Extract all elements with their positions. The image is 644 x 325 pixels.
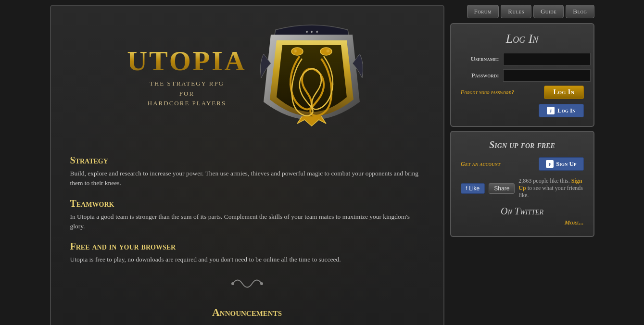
svg-point-2 xyxy=(294,50,296,52)
subtitle-line1: The Strategy RPG xyxy=(150,80,224,87)
subtitle-line2: for xyxy=(179,90,194,97)
facebook-like-button[interactable]: f Like xyxy=(461,183,485,194)
facebook-icon: f xyxy=(547,107,555,114)
like-label: Like xyxy=(469,185,480,192)
fb-like-row: f Like Share 2,863 people like this. Sig… xyxy=(461,177,584,199)
feature-2-title: Teamwork xyxy=(70,198,424,209)
fb-login-label: Log In xyxy=(557,107,575,114)
signup-account-row: Get an account f Sign Up xyxy=(461,157,584,171)
like-count: 2,863 people like this. Sign Up to see w… xyxy=(518,177,583,199)
facebook-login-button[interactable]: f Log In xyxy=(539,104,583,117)
right-sidebar: Forum Rules Guide Blog Log In Username: … xyxy=(450,5,594,325)
fb-login-row: f Log In xyxy=(461,104,584,117)
forgot-password-link[interactable]: Forgot your password? xyxy=(461,89,515,96)
svg-point-3 xyxy=(327,50,329,52)
guide-nav-btn[interactable]: Guide xyxy=(533,5,564,18)
header-area: Utopia The Strategy RPG for Hardcore Pla… xyxy=(65,15,429,140)
forum-nav-btn[interactable]: Forum xyxy=(467,5,499,18)
blog-nav-btn[interactable]: Blog xyxy=(566,5,594,18)
signup-panel: Sign up for free Get an account f Sign U… xyxy=(450,131,594,237)
username-input[interactable] xyxy=(503,53,591,65)
feature-2-text: In Utopia a good team is stronger than t… xyxy=(70,212,424,232)
facebook-signup-button[interactable]: f Sign Up xyxy=(539,157,583,171)
subtitle-line3: Hardcore Players xyxy=(148,100,226,107)
site-subtitle: The Strategy RPG for Hardcore Players xyxy=(127,79,247,109)
fb-signup-label: Sign Up xyxy=(556,160,576,168)
announcements-title: Announcements xyxy=(65,306,429,319)
features-section: Strategy Build, explore and research to … xyxy=(65,155,429,264)
login-button[interactable]: Log In xyxy=(544,86,583,99)
login-panel: Log In Username: Password: Forgot your p… xyxy=(450,23,594,127)
forgot-row: Forgot your password? Log In xyxy=(461,86,584,99)
password-input[interactable] xyxy=(503,69,591,82)
password-label: Password: xyxy=(461,72,499,79)
signup-title: Sign up for free xyxy=(461,139,584,150)
fb-like-icon: f xyxy=(466,186,467,191)
feature-3-text: Utopia is free to play, no downloads are… xyxy=(70,255,424,264)
logo-block: Utopia The Strategy RPG for Hardcore Pla… xyxy=(127,47,247,109)
svg-text:✦ ✦ ✦: ✦ ✦ ✦ xyxy=(304,29,318,35)
facebook-share-button[interactable]: Share xyxy=(489,183,515,194)
like-suffix: to see what your friends like. xyxy=(518,185,583,199)
svg-point-5 xyxy=(231,282,234,285)
more-link[interactable]: More... xyxy=(461,219,584,226)
username-row: Username: xyxy=(461,53,584,65)
feature-3-title: Free and in your browser xyxy=(70,241,424,252)
password-row: Password: xyxy=(461,69,584,82)
feature-1-text: Build, explore and research to increase … xyxy=(70,169,424,188)
get-account-label: Get an account xyxy=(461,160,501,168)
separator-glyph xyxy=(65,274,429,297)
svg-point-0 xyxy=(291,48,303,55)
fb-signup-icon: f xyxy=(546,160,554,168)
twitter-title: On Twitter xyxy=(461,206,584,217)
main-content-panel: Utopia The Strategy RPG for Hardcore Pla… xyxy=(50,5,444,325)
svg-point-6 xyxy=(260,282,263,285)
shield-emblem: ✦ ✦ ✦ xyxy=(256,15,367,140)
site-title: Utopia xyxy=(127,47,247,75)
rules-nav-btn[interactable]: Rules xyxy=(501,5,531,18)
feature-1-title: Strategy xyxy=(70,155,424,166)
login-title: Log In xyxy=(461,32,584,46)
top-nav: Forum Rules Guide Blog xyxy=(450,5,594,18)
svg-point-1 xyxy=(320,48,332,55)
username-label: Username: xyxy=(461,55,499,63)
